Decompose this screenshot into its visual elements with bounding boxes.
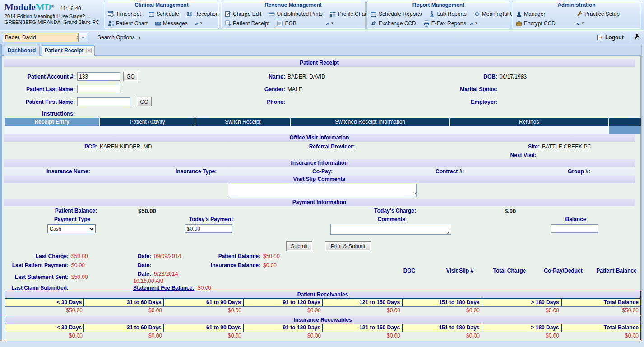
visit-slip-comments-textarea[interactable] [228, 184, 417, 197]
balance-input[interactable] [551, 224, 598, 233]
group-number-label: Group #: [568, 168, 590, 175]
recv-col-header: < 30 Days [5, 299, 84, 306]
menu-overflow-revenue[interactable]: » ▼ [326, 20, 334, 27]
dob-value: 06/17/1983 [500, 74, 527, 80]
name-value: BADER, DAVID [287, 74, 325, 80]
insurance-receivables-values-row: $0.00 $0.00 $0.00 $0.00 $0.00 $0.00 $0.0… [5, 332, 640, 340]
menu-item-exchange-ccd[interactable]: Exchange CCD [371, 20, 416, 27]
recv-value: $0.00 [402, 307, 482, 315]
print-submit-button[interactable]: Print & Submit [325, 241, 371, 251]
schedule-reports-icon [371, 11, 377, 17]
first-name-go-button[interactable]: GO [137, 97, 152, 106]
statement-fee-balance-link[interactable]: Statement Fee Balance: [133, 285, 194, 291]
patient-receivables-values-row: $50.00 $0.00 $0.00 $0.00 $0.00 $0.00 $0.… [5, 306, 640, 315]
top-toolbar: ModuleMD® 11:16:40 2014 Edition Meaningf… [0, 0, 644, 30]
menu-item-eob[interactable]: EOB [277, 20, 296, 27]
patient-search-box[interactable]: × [3, 33, 79, 42]
todays-charge-value: $.00 [505, 208, 516, 214]
patient-search-input[interactable] [3, 34, 77, 41]
last-claim-submitted-label: Last Claim Submitted: [0, 285, 69, 291]
tab-close-icon[interactable]: × [86, 48, 92, 53]
grid-header-doc: DOC [382, 268, 436, 274]
subtab-switched-receipt-information[interactable]: Switched Receipt Information [291, 118, 449, 126]
menu-overflow-clinical[interactable]: » ▼ [195, 20, 203, 27]
patient-balance-label: Patient Balance: [27, 208, 97, 214]
subtab-underrow [5, 126, 641, 134]
caret-down-icon: ▼ [199, 21, 203, 25]
referral-provider-label: Referral Provider: [280, 143, 355, 150]
menu-item-undistributed-pmts[interactable]: Undistributed Pmts [269, 11, 322, 17]
balance-label: Balance [547, 216, 604, 222]
subtab-receipt-entry[interactable]: Receipt Entry [5, 118, 99, 126]
phone-label: Phone: [235, 99, 285, 105]
patient-first-name-label: Patient First Name: [7, 99, 75, 105]
subtab-patient-activity[interactable]: Patient Activity [100, 118, 195, 126]
name-label: Name: [235, 74, 285, 80]
menu-item-reception[interactable]: Reception [186, 11, 219, 17]
account-go-button[interactable]: GO [123, 72, 138, 81]
caret-down-icon: ▼ [330, 21, 334, 25]
subtab-refunds[interactable]: Refunds [450, 118, 608, 126]
gender-label: Gender: [235, 86, 285, 93]
last-charge-value: $50.00 [71, 253, 88, 259]
caret-down-icon: ▼ [474, 21, 478, 25]
menu-item-patient-receipt[interactable]: Patient Receipt [225, 20, 269, 27]
insurance-header: Insurance Information [4, 159, 635, 167]
recv-value: $0.00 [323, 332, 402, 340]
menu-item-efax-reports[interactable]: E-Fax Reports [423, 20, 466, 27]
charge-edit-icon [225, 11, 231, 17]
grid-header-visit-slip: Visit Slip # [433, 268, 487, 274]
section-title: Report Management [367, 1, 510, 9]
recv-value: $0.00 [5, 332, 84, 340]
menu-item-charge-edit[interactable]: Charge Edit [225, 11, 261, 17]
menu-item-lab-reports[interactable]: Lab Reports [429, 11, 466, 17]
search-options-menu[interactable]: Search Options ▼ [97, 34, 141, 41]
search-dropdown-button[interactable]: ▼ [79, 33, 87, 42]
logout-button[interactable]: Logout [597, 33, 624, 42]
menu-overflow-report[interactable]: » ▼ [470, 20, 478, 27]
todays-payment-input[interactable] [185, 224, 232, 233]
menu-item-messages[interactable]: Messages [155, 20, 188, 27]
timesheet-icon [108, 11, 114, 17]
patient-first-name-input[interactable] [77, 97, 130, 106]
recv-col-header: 121 to 150 Days [323, 324, 403, 332]
patient-last-name-input[interactable] [77, 85, 120, 93]
receivables-header-row: < 30 Days 31 to 60 Days 61 to 90 Days 91… [5, 299, 640, 306]
patient-account-input[interactable] [77, 72, 120, 81]
tab-dashboard[interactable]: Dashboard [4, 46, 40, 56]
subtab-switch-receipt[interactable]: Switch Receipt [195, 118, 290, 126]
menu-item-schedule-reports[interactable]: Schedule Reports [371, 11, 422, 17]
last-statement-sent-label: Last Statement Sent: [0, 274, 69, 280]
menu-item-schedule[interactable]: Schedule [148, 11, 179, 17]
window-left-frame [0, 44, 2, 341]
last-statement-date-value: 9/23/2014 [154, 271, 178, 277]
messages-icon [155, 20, 161, 27]
history-patient-balance-label: Patient Balance: [190, 253, 260, 259]
chevrons-icon: » [326, 20, 329, 27]
menu-item-manager[interactable]: Manager [516, 11, 569, 17]
submit-button[interactable]: Submit [286, 241, 312, 251]
lab-reports-icon [429, 11, 435, 17]
menu-item-timesheet[interactable]: Timesheet [108, 11, 141, 17]
menu-item-practice-setup[interactable]: Practice Setup [576, 11, 620, 17]
app-window: ModuleMD® 11:16:40 2014 Edition Meaningf… [0, 0, 644, 347]
recv-value: $50.00 [561, 307, 640, 315]
patient-receivables-title: Patient Receivables [5, 291, 640, 299]
payment-comments-textarea[interactable] [330, 224, 451, 235]
recv-col-header: 31 to 60 Days [84, 324, 164, 332]
pcp-value: KAREN KIDDER, MD [100, 143, 152, 150]
grid-header-total-charge: Total Charge [482, 268, 537, 274]
recv-col-header: 151 to 180 Days [403, 324, 482, 332]
meaningful-use-icon [474, 11, 480, 17]
logout-icon [597, 34, 603, 41]
menu-overflow-administration[interactable]: » ▼ [576, 20, 584, 27]
insurance-name-label: Insurance Name: [46, 168, 90, 175]
recv-col-header: 61 to 90 Days [164, 299, 244, 306]
last-payment-date-label: Date: [126, 262, 151, 268]
menu-item-patient-chart[interactable]: Patient Chart [108, 20, 148, 27]
tab-patient-receipt[interactable]: Patient Receipt× [42, 45, 95, 56]
menu-item-encrypt-ccd[interactable]: Encrypt CCD [516, 20, 569, 27]
tools-wrench-icon[interactable] [634, 34, 640, 40]
payment-type-select[interactable]: Cash [47, 224, 96, 233]
recv-col-header: > 180 Days [482, 324, 562, 332]
